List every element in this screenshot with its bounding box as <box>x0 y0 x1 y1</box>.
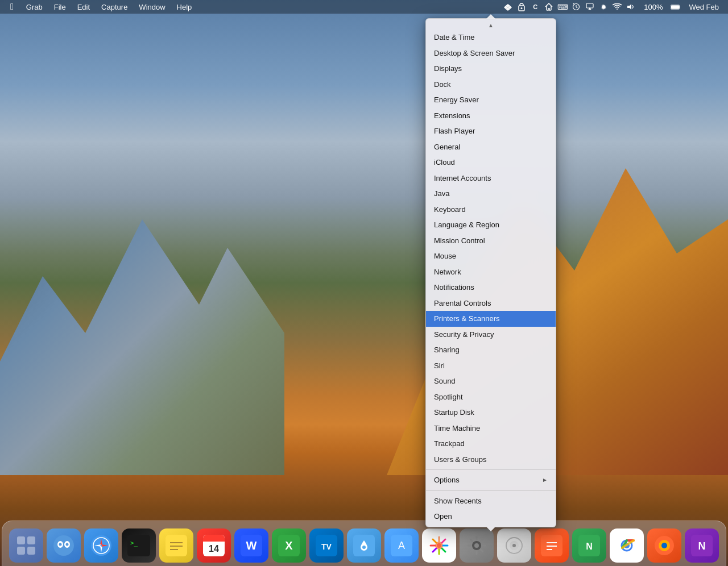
menu-separator-1 <box>426 469 556 470</box>
dock-icon-chrome[interactable] <box>610 528 644 563</box>
svg-point-80 <box>661 543 667 548</box>
menu-item-mouse[interactable]: Mouse <box>426 248 556 264</box>
airplay-icon[interactable] <box>585 2 595 12</box>
wifi-icon[interactable] <box>612 2 622 12</box>
svg-point-57 <box>474 543 479 548</box>
datetime[interactable]: Wed Feb <box>684 0 723 14</box>
dock-icon-excel[interactable]: X <box>272 528 306 563</box>
time-machine-icon[interactable] <box>571 2 581 12</box>
menu-item-printers-scanners[interactable]: Printers & Scanners <box>426 311 556 327</box>
dropbox-icon[interactable] <box>503 2 513 12</box>
svg-point-68 <box>512 544 516 547</box>
svg-point-20 <box>91 535 111 556</box>
ccleaner-icon[interactable]: C <box>530 2 540 12</box>
menu-item-sharing[interactable]: Sharing <box>426 342 556 358</box>
svg-line-52 <box>433 539 436 543</box>
menu-item-java[interactable]: Java <box>426 186 556 202</box>
menu-item-language-region[interactable]: Language & Region <box>426 217 556 233</box>
menubar-right: C ⌨ ✹ 100% Wed Feb <box>503 0 723 14</box>
menu-item-extensions[interactable]: Extensions <box>426 108 556 124</box>
svg-text:N: N <box>698 540 706 552</box>
home-icon[interactable] <box>544 2 554 12</box>
menu-item-keyboard[interactable]: Keyboard <box>426 202 556 218</box>
svg-point-18 <box>59 543 62 546</box>
menu-item-icloud[interactable]: iCloud <box>426 155 556 170</box>
menu-item-spotlight[interactable]: Spotlight <box>426 389 556 405</box>
dock-icon-system-preferences[interactable] <box>460 528 494 563</box>
svg-line-53 <box>442 548 445 552</box>
menu-item-dock[interactable]: Dock <box>426 77 556 93</box>
dock: >_ 14 W X TV A N <box>2 521 726 566</box>
scroll-up-indicator[interactable]: ▲ <box>426 21 556 30</box>
menu-item-startup-disk[interactable]: Startup Disk <box>426 405 556 421</box>
bluetooth-icon[interactable]: ✹ <box>598 2 609 12</box>
1password-icon[interactable] <box>516 2 527 12</box>
dock-icon-firefox[interactable] <box>647 528 681 563</box>
menu-item-energy-saver[interactable]: Energy Saver <box>426 92 556 108</box>
svg-marker-8 <box>627 4 631 10</box>
dock-icon-terminal[interactable]: >_ <box>122 528 156 563</box>
dock-icon-disk-utility[interactable] <box>497 528 531 563</box>
menu-item-flash-player[interactable]: Flash Player <box>426 123 556 139</box>
dock-icon-teamviewer[interactable]: TV <box>309 528 344 563</box>
svg-point-43 <box>362 546 366 549</box>
menu-item-show-recents[interactable]: Show Recents <box>426 493 556 509</box>
menu-item-internet-accounts[interactable]: Internet Accounts <box>426 170 556 186</box>
dock-icon-finder[interactable] <box>47 528 81 563</box>
svg-line-62 <box>471 540 473 542</box>
dock-icon-appstore[interactable]: A <box>384 528 419 563</box>
menu-item-general[interactable]: General <box>426 139 556 155</box>
menu-item-users-groups[interactable]: Users & Groups <box>426 452 556 468</box>
menu-item-desktop-screensaver[interactable]: Desktop & Screen Saver <box>426 45 556 61</box>
dock-icon-launchpad[interactable] <box>9 528 43 563</box>
dock-icon-calendar[interactable]: 14 <box>197 528 231 563</box>
menu-item-options[interactable]: Options ► <box>426 472 556 488</box>
dock-icon-numbers[interactable]: N <box>572 528 606 563</box>
menubar-app-name[interactable]: Grab <box>22 0 47 14</box>
scroll-down-arrow <box>486 527 495 531</box>
svg-point-19 <box>66 543 69 546</box>
apple-menu[interactable]:  <box>5 0 19 14</box>
keyboard-viewer-icon[interactable]: ⌨ <box>557 2 568 12</box>
menubar-window[interactable]: Window <box>134 0 169 14</box>
menubar-edit[interactable]: Edit <box>73 0 94 14</box>
menu-item-network[interactable]: Network <box>426 264 556 280</box>
svg-line-54 <box>442 539 445 543</box>
dock-icon-photos[interactable] <box>422 528 456 563</box>
menu-item-date-time[interactable]: Date & Time <box>426 30 556 45</box>
menu-item-sound[interactable]: Sound <box>426 373 556 389</box>
menu-item-open[interactable]: Open <box>426 509 556 525</box>
menu-item-trackpad[interactable]: Trackpad <box>426 436 556 452</box>
dock-icon-onenote[interactable]: N <box>685 528 719 563</box>
svg-text:X: X <box>285 539 293 552</box>
menu-item-displays[interactable]: Displays <box>426 61 556 77</box>
menu-item-time-machine[interactable]: Time Machine <box>426 421 556 436</box>
svg-rect-11 <box>17 536 25 544</box>
svg-point-5 <box>521 7 523 9</box>
volume-icon[interactable] <box>626 2 636 12</box>
dock-icon-safari[interactable] <box>84 528 118 563</box>
menubar-capture[interactable]: Capture <box>97 0 132 14</box>
dock-icon-reminders[interactable] <box>535 528 569 563</box>
menu-item-notifications[interactable]: Notifications <box>426 280 556 296</box>
menu-item-mission-control[interactable]: Mission Control <box>426 233 556 249</box>
menubar-file[interactable]: File <box>49 0 71 14</box>
submenu-arrow-icon: ► <box>542 476 548 484</box>
dock-icon-word[interactable]: W <box>234 528 268 563</box>
svg-text:>_: >_ <box>130 539 138 547</box>
svg-rect-34 <box>203 538 225 542</box>
svg-text:W: W <box>246 539 257 552</box>
options-label: Options <box>434 475 460 486</box>
menubar-left:  Grab File Edit Capture Window Help <box>5 0 196 14</box>
scroll-up-arrow <box>486 14 495 19</box>
svg-text:A: A <box>398 540 405 551</box>
menu-item-siri[interactable]: Siri <box>426 358 556 374</box>
battery-icon <box>671 2 681 12</box>
dock-icon-notes[interactable] <box>159 528 193 563</box>
menubar-help[interactable]: Help <box>172 0 197 14</box>
menu-item-parental-controls[interactable]: Parental Controls <box>426 296 556 311</box>
menu-item-security-privacy[interactable]: Security & Privacy <box>426 327 556 343</box>
svg-rect-13 <box>17 547 25 555</box>
dock-icon-maps[interactable] <box>347 528 381 563</box>
svg-point-47 <box>437 543 441 548</box>
